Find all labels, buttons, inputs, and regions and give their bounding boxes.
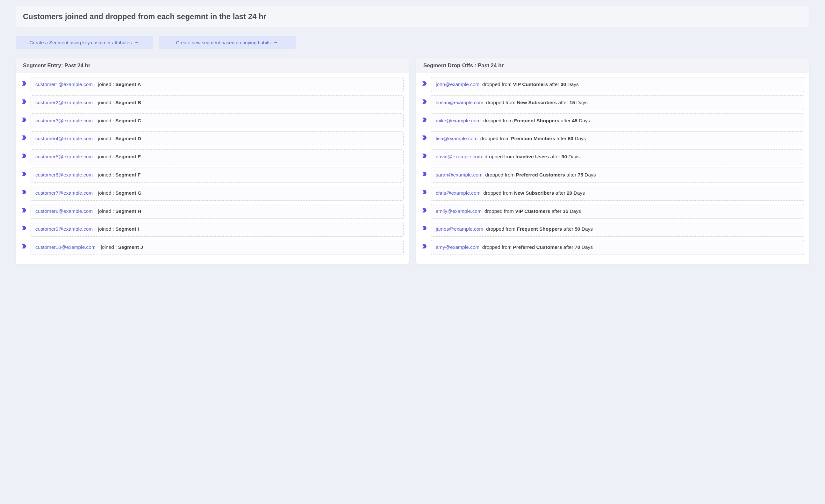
segment-dropoff-list: john@example.com dropped from VIP Custom… (416, 73, 809, 265)
bookmark-arrow-icon (21, 243, 27, 249)
segment-name: Segment F (115, 172, 141, 177)
panels-container: Segment Entry: Past 24 hr customer1@exam… (16, 58, 809, 265)
create-segment-attributes-button[interactable]: Create a Segment using key customer attr… (16, 36, 153, 49)
arrow-right-icon: → (134, 40, 140, 45)
segment-name: Preferred Customers (516, 172, 565, 177)
create-segment-habits-label: Create new segment based on buying habit… (176, 40, 271, 45)
arrow-right-icon: → (273, 40, 278, 45)
customer-email[interactable]: customer9@example.com (35, 226, 93, 232)
days-label: Days (567, 154, 580, 159)
list-item: customer8@example.com joined : Segment H (21, 204, 403, 219)
after-text: after (557, 100, 570, 105)
list-item: customer4@example.com joined : Segment D (21, 131, 403, 146)
entry-box: lisa@example.com dropped from Premium Me… (431, 131, 804, 146)
customer-email[interactable]: sarah@example.com (436, 172, 482, 177)
entry-box: customer6@example.com joined : Segment F (30, 167, 403, 183)
entry-box: customer4@example.com joined : Segment D (30, 131, 403, 146)
page-header: Customers joined and dropped from each s… (16, 6, 809, 27)
entry-icon (422, 225, 428, 232)
after-text: after (555, 136, 568, 141)
entry-icon (21, 225, 27, 232)
entry-box: customer2@example.com joined : Segment B (30, 95, 403, 110)
customer-email[interactable]: susan@example.com (436, 100, 483, 105)
list-item: customer6@example.com joined : Segment F (21, 167, 403, 183)
list-item: customer5@example.com joined : Segment E (21, 149, 403, 164)
entry-icon (21, 81, 27, 87)
customer-email[interactable]: emily@example.com (436, 208, 481, 214)
segment-name: Frequent Shoppers (517, 226, 562, 232)
entry-icon (21, 243, 27, 250)
segment-name: Segment D (115, 136, 141, 141)
dropped-from-text: dropped from (479, 82, 513, 87)
entry-box: james@example.com dropped from Frequent … (431, 222, 804, 237)
entry-icon (422, 99, 428, 105)
days-count: 30 (560, 82, 566, 87)
list-item: sarah@example.com dropped from Preferred… (422, 167, 804, 183)
customer-email[interactable]: customer10@example.com (35, 244, 95, 250)
segment-name: Segment C (115, 118, 141, 123)
customer-email[interactable]: customer6@example.com (35, 172, 93, 177)
entry-box: customer7@example.com joined : Segment G (30, 186, 403, 201)
segment-name: Segment H (115, 208, 141, 214)
bookmark-arrow-icon (21, 117, 27, 123)
list-item: david@example.com dropped from Inactive … (422, 149, 804, 164)
bookmark-arrow-icon (21, 225, 27, 231)
bookmark-arrow-icon (422, 81, 427, 86)
joined-text: joined : (95, 82, 115, 87)
customer-email[interactable]: mike@example.com (436, 118, 481, 123)
customer-email[interactable]: customer7@example.com (35, 190, 93, 196)
customer-email[interactable]: lisa@example.com (436, 136, 477, 141)
bookmark-arrow-icon (422, 207, 427, 213)
joined-text: joined : (95, 118, 115, 123)
segment-name: Segment J (118, 244, 143, 250)
entry-box: amy@example.com dropped from Preferred C… (431, 240, 804, 255)
after-text: after (549, 154, 561, 159)
entry-box: emily@example.com dropped from VIP Custo… (431, 204, 804, 219)
customer-email[interactable]: david@example.com (436, 154, 482, 159)
create-segment-habits-button[interactable]: Create new segment based on buying habit… (159, 36, 296, 49)
dropped-from-text: dropped from (479, 244, 513, 250)
list-item: amy@example.com dropped from Preferred C… (422, 240, 804, 255)
joined-text: joined : (95, 226, 115, 232)
customer-email[interactable]: customer1@example.com (35, 82, 93, 87)
entry-box: customer3@example.com joined : Segment C (30, 114, 403, 128)
entry-icon (422, 117, 428, 123)
entry-box: customer1@example.com joined : Segment A (30, 77, 403, 92)
dropped-from-text: dropped from (481, 118, 514, 123)
segment-name: Inactive Users (515, 154, 549, 159)
joined-text: joined : (95, 136, 115, 141)
dropped-from-text: dropped from (481, 190, 514, 196)
bookmark-arrow-icon (21, 171, 27, 177)
list-item: lisa@example.com dropped from Premium Me… (422, 131, 804, 146)
segment-name: VIP Customers (515, 208, 550, 214)
entry-box: mike@example.com dropped from Frequent S… (431, 114, 804, 128)
entry-icon (422, 207, 428, 214)
customer-email[interactable]: james@example.com (436, 226, 483, 232)
customer-email[interactable]: customer4@example.com (35, 136, 93, 141)
entry-icon (21, 189, 27, 196)
bookmark-arrow-icon (422, 243, 427, 249)
entry-box: chris@example.com dropped from New Subsc… (431, 186, 804, 201)
customer-email[interactable]: john@example.com (436, 82, 479, 87)
customer-email[interactable]: customer3@example.com (35, 118, 93, 123)
entry-box: customer10@example.com joined : Segment … (30, 240, 403, 255)
days-label: Days (583, 172, 596, 177)
create-segment-attributes-label: Create a Segment using key customer attr… (29, 40, 132, 45)
days-count: 90 (561, 154, 567, 159)
segment-entry-panel: Segment Entry: Past 24 hr customer1@exam… (16, 58, 409, 265)
customer-email[interactable]: chris@example.com (436, 190, 481, 196)
days-count: 60 (568, 136, 573, 141)
days-count: 75 (578, 172, 583, 177)
customer-email[interactable]: customer8@example.com (35, 208, 93, 214)
bookmark-arrow-icon (21, 207, 27, 213)
entry-box: sarah@example.com dropped from Preferred… (431, 167, 804, 183)
list-item: chris@example.com dropped from New Subsc… (422, 186, 804, 201)
customer-email[interactable]: customer2@example.com (35, 100, 93, 105)
segment-name: New Subscribers (517, 100, 557, 105)
after-text: after (562, 244, 575, 250)
after-text: after (550, 208, 563, 214)
customer-email[interactable]: amy@example.com (436, 244, 479, 250)
joined-text: joined : (95, 100, 115, 105)
entry-box: customer5@example.com joined : Segment E (30, 149, 403, 164)
customer-email[interactable]: customer5@example.com (35, 154, 93, 159)
